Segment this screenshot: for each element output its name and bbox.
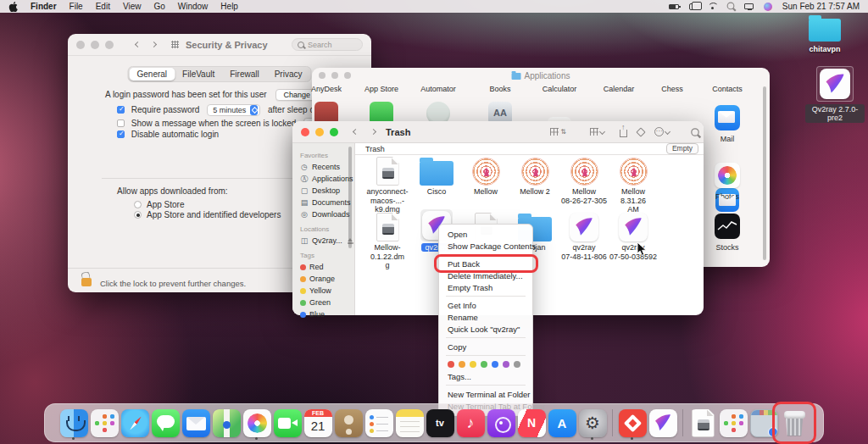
search-icon[interactable] — [692, 129, 698, 136]
dock-contacts[interactable] — [334, 406, 363, 440]
empty-trash-button[interactable]: Empty — [666, 143, 698, 154]
back-icon[interactable] — [353, 129, 359, 135]
app-label-automator[interactable]: Automator — [408, 85, 469, 93]
menu-help[interactable]: Help — [220, 2, 238, 11]
tab-firewall[interactable]: Firewall — [222, 68, 266, 80]
file-item-mellow[interactable]: Mellow — [461, 153, 510, 197]
wifi-icon[interactable] — [708, 3, 717, 10]
dock-news[interactable]: N — [517, 406, 546, 440]
tag-color-dot[interactable] — [492, 361, 498, 368]
disable-auto-login-checkbox[interactable] — [117, 130, 125, 138]
dock-utility[interactable] — [212, 406, 241, 440]
menu-item-copy[interactable]: Copy — [439, 341, 532, 352]
menu-go[interactable]: Go — [153, 2, 164, 11]
app-label-app-store[interactable]: App Store — [351, 85, 412, 93]
sidebar-tag-blue[interactable]: Blue — [300, 308, 354, 320]
menu-item-open[interactable]: Open — [439, 228, 532, 240]
dock-launchpad[interactable] — [90, 406, 119, 440]
menu-item-show-package-contents[interactable]: Show Package Contents — [439, 240, 532, 252]
menu-item-empty-trash[interactable]: Empty Trash — [439, 281, 532, 293]
app-item-stocks[interactable]: Stocks — [697, 214, 758, 252]
file-item-qv2ray[interactable]: qv2ray 07-50-038592 — [609, 209, 658, 261]
menu-item-get-info[interactable]: Get Info — [439, 299, 532, 311]
sidebar-tag-red[interactable]: Red — [300, 261, 354, 273]
spotlight-icon[interactable] — [726, 1, 734, 11]
menu-item-put-back[interactable]: Put Back — [439, 258, 532, 269]
battery-icon[interactable] — [669, 4, 679, 9]
menubar-clock[interactable]: Sun Feb 21 7:57 AM — [782, 2, 860, 11]
tag-icon[interactable] — [637, 129, 644, 136]
dock-mail[interactable] — [181, 406, 210, 440]
dock-trash[interactable] — [780, 406, 809, 440]
sidebar-tag-yellow[interactable]: Yellow — [300, 285, 354, 297]
file-item-qv2ray[interactable]: qv2ray 07-48-11-806 — [559, 209, 609, 261]
app-label-calendar[interactable]: Calendar — [588, 85, 649, 93]
file-item-anyconnect-[interactable]: anyconnect- macos-...-k9.dmg — [363, 153, 412, 214]
app-label-chess[interactable]: Chess — [642, 85, 703, 93]
dock-tv[interactable]: tv — [426, 406, 454, 440]
dock-messages[interactable] — [151, 406, 180, 440]
file-item-mellow-0-1-22-dm[interactable]: Mellow-0.1.22.dm g — [363, 209, 412, 270]
group-by-icon[interactable]: ⇅ — [550, 128, 566, 136]
tab-general[interactable]: General — [130, 68, 175, 80]
dock-desktop-stack[interactable] — [749, 406, 778, 440]
tag-color-dot[interactable] — [481, 361, 487, 368]
more-actions-icon[interactable]: ⋯ — [654, 127, 670, 136]
apple-menu-icon[interactable] — [8, 2, 18, 12]
dock-facetime[interactable] — [273, 406, 302, 440]
lock-icon[interactable] — [81, 278, 92, 286]
display-icon[interactable] — [744, 3, 754, 9]
dock-podcasts[interactable] — [487, 406, 515, 440]
tab-privacy[interactable]: Privacy — [267, 68, 310, 80]
menu-item-quick-look-qv2ray-[interactable]: Quick Look "qv2ray" — [439, 323, 532, 335]
sidebar-item-desktop[interactable]: ▢Desktop — [300, 185, 354, 197]
tag-color-dot[interactable] — [503, 361, 509, 368]
menu-edit[interactable]: Edit — [96, 2, 110, 11]
app-item-mail[interactable]: Mail — [697, 105, 758, 143]
menu-view[interactable]: View — [123, 2, 142, 11]
sidebar-item-downloads[interactable]: ◎Downloads — [300, 208, 354, 220]
desktop-icon-qv2ray[interactable]: Qv2ray 2.7.0-pre2 — [805, 66, 865, 124]
sidebar-scrollbar[interactable] — [348, 147, 352, 248]
dock-music[interactable]: ♪ — [456, 406, 485, 440]
dock-appstore[interactable]: A — [548, 406, 576, 440]
scrollbar[interactable] — [763, 86, 766, 260]
file-item-mellow[interactable]: Mellow 08-26-27-305 — [559, 153, 609, 205]
tag-color-dot[interactable] — [448, 361, 454, 368]
dock-qv2ray[interactable] — [648, 406, 677, 440]
sidebar-item-location[interactable]: ◫Qv2ray... — [300, 235, 354, 247]
menu-file[interactable]: File — [70, 2, 83, 11]
menu-item-tags-[interactable]: Tags... — [439, 370, 532, 382]
menu-window[interactable]: Window — [178, 2, 209, 11]
menu-item-delete-immediately-[interactable]: Delete Immediately... — [439, 269, 532, 281]
search-field[interactable]: Search — [292, 38, 363, 51]
forward-icon[interactable] — [370, 129, 376, 135]
file-item-mellow-2[interactable]: Mellow 2 — [510, 153, 559, 197]
sidebar-item-recents[interactable]: ◷Recents — [300, 161, 354, 173]
file-item-cisco[interactable]: Cisco — [412, 153, 461, 197]
menu-finder[interactable]: Finder — [31, 2, 57, 11]
window-controls[interactable] — [76, 41, 114, 49]
window-controls[interactable] — [301, 128, 338, 136]
dock-sysprefs[interactable]: ⚙ — [578, 406, 607, 440]
desktop-icon-chitavpn[interactable]: chitavpn — [795, 19, 854, 53]
window-controls[interactable] — [319, 72, 351, 79]
dock-safari[interactable] — [120, 406, 149, 440]
view-options-icon[interactable] — [590, 128, 604, 136]
interval-select[interactable]: 5 minutes — [207, 104, 260, 116]
file-item-mellow-8-31-26[interactable]: Mellow 8.31.26 AM — [609, 153, 658, 214]
app-label-contacts[interactable]: Contacts — [697, 85, 758, 93]
app-label-anydesk[interactable]: AnyDesk — [296, 85, 357, 93]
tag-color-dot[interactable] — [514, 361, 520, 368]
dock-dmg-file[interactable] — [688, 406, 717, 440]
share-icon[interactable] — [620, 127, 627, 137]
back-icon[interactable] — [135, 42, 141, 47]
display-mirroring-icon[interactable] — [689, 3, 698, 10]
dock-notes[interactable] — [395, 406, 424, 440]
sidebar-tag-green[interactable]: Green — [300, 297, 354, 308]
dock-calendar[interactable]: FEB21 — [303, 406, 332, 440]
app-item-photos[interactable]: Photos — [697, 163, 758, 201]
dock-finder[interactable] — [59, 406, 88, 440]
dock-photos[interactable] — [242, 406, 271, 440]
sidebar-tag-orange[interactable]: Orange — [300, 273, 354, 285]
